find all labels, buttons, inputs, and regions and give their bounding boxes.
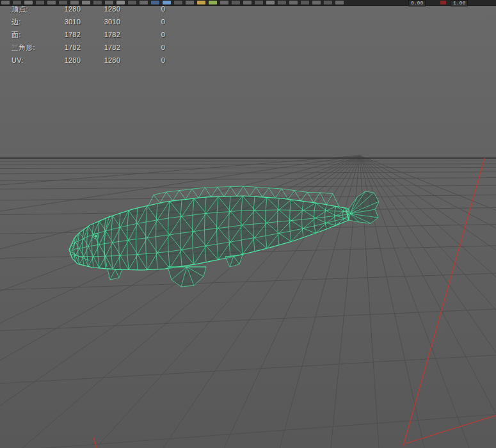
hud-label: 三角形: bbox=[12, 43, 56, 52]
hud-row-edges: 边: 3010 3010 0 bbox=[12, 15, 165, 28]
hud-value-shaded: 1280 bbox=[81, 56, 120, 64]
toolbar-icon[interactable] bbox=[59, 1, 67, 4]
hud-row-uvs: UV: 1280 1280 0 bbox=[12, 54, 165, 67]
toolbar-icon[interactable] bbox=[243, 1, 252, 4]
hud-label: UV: bbox=[12, 56, 56, 64]
hud-row-triangles: 三角形: 1782 1782 0 bbox=[12, 41, 165, 54]
toolbar-icon[interactable] bbox=[36, 1, 44, 4]
hud-label: 面: bbox=[12, 30, 56, 40]
viewport-canvas[interactable] bbox=[0, 0, 496, 448]
hud-value-shaded: 1280 bbox=[81, 5, 120, 13]
range-start-field[interactable]: 0.00 bbox=[408, 0, 426, 6]
toolbar-icon[interactable] bbox=[93, 1, 102, 4]
hud-value-selected: 0 bbox=[120, 18, 165, 26]
toolbar-icon[interactable] bbox=[105, 1, 113, 4]
toolbar-icon[interactable] bbox=[186, 1, 194, 4]
key-icon[interactable] bbox=[440, 1, 446, 4]
toolbar-icon[interactable] bbox=[13, 1, 21, 4]
toolbar-icon[interactable] bbox=[47, 1, 56, 4]
toolbar-icon[interactable] bbox=[220, 1, 228, 4]
toolbar-icon[interactable] bbox=[128, 1, 136, 4]
hud-value-selected: 0 bbox=[120, 31, 165, 38]
poly-count-hud: 顶点: 1280 1280 0 边: 3010 3010 0 面: 1782 1… bbox=[12, 3, 165, 67]
hud-value-total: 1280 bbox=[56, 5, 81, 13]
toolbar-icon[interactable] bbox=[151, 1, 159, 4]
hud-value-total: 3010 bbox=[56, 18, 81, 26]
toolbar-icon[interactable] bbox=[1, 1, 10, 4]
toolbar-icon[interactable] bbox=[278, 1, 286, 4]
toolbar-icon[interactable] bbox=[174, 1, 182, 4]
toolbar-icon[interactable] bbox=[266, 1, 275, 4]
toolbar-icon[interactable] bbox=[232, 1, 240, 4]
fish-wireframe-model[interactable] bbox=[69, 186, 379, 287]
toolbar-icon[interactable] bbox=[82, 1, 90, 4]
hud-value-shaded: 3010 bbox=[81, 18, 120, 26]
hud-value-selected: 0 bbox=[120, 5, 165, 13]
hud-row-faces: 面: 1782 1782 0 bbox=[12, 28, 165, 41]
toolbar-icon[interactable] bbox=[163, 1, 171, 4]
toolbar-icon[interactable] bbox=[335, 1, 344, 4]
hud-value-selected: 0 bbox=[120, 44, 165, 51]
toolbar-icon[interactable] bbox=[116, 1, 125, 4]
toolbar-icon[interactable] bbox=[301, 1, 309, 4]
toolbar-icon[interactable] bbox=[324, 1, 332, 4]
toolbar: 0.00 1.00 bbox=[0, 0, 496, 6]
toolbar-icon[interactable] bbox=[140, 1, 148, 4]
hud-value-shaded: 1782 bbox=[81, 31, 120, 38]
toolbar-icon[interactable] bbox=[255, 1, 263, 4]
toolbar-icon[interactable] bbox=[24, 1, 33, 4]
hud-value-total: 1280 bbox=[56, 56, 81, 64]
toolbar-icon[interactable] bbox=[70, 1, 79, 4]
hud-value-total: 1782 bbox=[56, 31, 81, 38]
range-end-field[interactable]: 1.00 bbox=[451, 0, 468, 6]
toolbar-icon[interactable] bbox=[209, 1, 217, 4]
toolbar-icon[interactable] bbox=[312, 1, 321, 4]
hud-label: 边: bbox=[12, 17, 56, 27]
hud-value-total: 1782 bbox=[56, 44, 81, 51]
hud-value-selected: 0 bbox=[120, 56, 165, 64]
toolbar-icons bbox=[1, 1, 347, 4]
hud-value-shaded: 1782 bbox=[81, 44, 120, 51]
toolbar-icon[interactable] bbox=[289, 1, 298, 4]
toolbar-icon[interactable] bbox=[197, 1, 205, 4]
